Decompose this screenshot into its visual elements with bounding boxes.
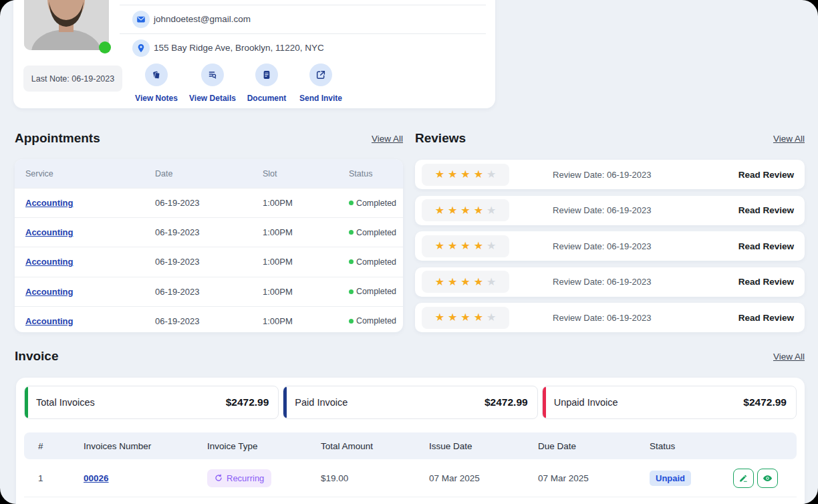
invoice-table-header: # Invoices Number Invoice Type Total Amo… xyxy=(24,432,797,459)
read-review-link[interactable]: Read Review xyxy=(738,277,794,287)
star-icon: ★ xyxy=(460,277,470,287)
last-note-text: Last Note: 06-19-2023 xyxy=(31,74,114,84)
avatar xyxy=(24,0,109,50)
star-icon: ★ xyxy=(435,277,444,287)
summary-label: Unpaid Invoice xyxy=(554,397,618,408)
star-rating: ★★★★★ xyxy=(422,271,509,293)
star-icon: ★ xyxy=(460,312,470,323)
notes-icon xyxy=(145,64,168,86)
invoice-summary-row: Total Invoices $2472.99 Paid Invoice $24… xyxy=(24,386,797,419)
read-review-link[interactable]: Read Review xyxy=(738,241,794,251)
summary-value: $2472.99 xyxy=(485,396,528,408)
service-link[interactable]: Accounting xyxy=(25,316,74,326)
document-label: Document xyxy=(247,94,287,103)
email-text: johndoetest@gmail.com xyxy=(154,14,251,24)
view-notes-label: View Notes xyxy=(135,94,178,103)
view-details-button[interactable]: View Details xyxy=(182,64,243,103)
star-icon: ★ xyxy=(474,277,483,287)
star-icon: ★ xyxy=(448,241,457,251)
star-icon: ★ xyxy=(474,241,483,251)
client-profile-page: johndoetest@gmail.com 155 Bay Ridge Ave,… xyxy=(0,0,818,504)
unpaid-invoice-card: Unpaid Invoice $2472.99 xyxy=(542,386,797,419)
summary-value: $2472.99 xyxy=(743,396,787,408)
invoice-section-card: Total Invoices $2472.99 Paid Invoice $24… xyxy=(16,378,805,504)
service-link[interactable]: Accounting xyxy=(25,257,74,267)
avatar-photo xyxy=(24,0,109,50)
review-date: Review Date: 06-19-2023 xyxy=(553,241,651,251)
send-invite-button[interactable]: Send Invite xyxy=(291,64,351,103)
column-total-amount: Total Amount xyxy=(321,441,429,451)
review-item: ★★★★★ Review Date: 06-19-2023 Read Revie… xyxy=(415,267,805,297)
star-icon: ★ xyxy=(435,205,444,216)
star-icon: ★ xyxy=(448,169,457,180)
last-note-box: Last Note: 06-19-2023 xyxy=(23,66,122,92)
invoice-table-row: 1 00026 Recurring $19.00 07 Mar 2025 07 … xyxy=(24,459,797,497)
appointment-slot: 1:00PM xyxy=(263,257,349,267)
appointment-date: 06-19-2023 xyxy=(155,257,263,267)
read-review-link[interactable]: Read Review xyxy=(738,313,794,323)
star-icon: ★ xyxy=(487,241,496,251)
table-row: Accounting 06-19-2023 1:00PM Completed xyxy=(15,277,403,306)
appointment-slot: 1:00PM xyxy=(263,316,349,326)
read-review-link[interactable]: Read Review xyxy=(738,205,794,215)
document-button[interactable]: Document xyxy=(237,64,297,103)
appointments-title: Appointments xyxy=(15,131,100,146)
pencil-icon xyxy=(738,473,748,483)
edit-invoice-button[interactable] xyxy=(733,469,754,488)
view-notes-button[interactable]: View Notes xyxy=(126,64,186,103)
column-issue-date: Issue Date xyxy=(429,441,538,451)
review-date: Review Date: 06-19-2023 xyxy=(553,205,651,215)
recurring-badge: Recurring xyxy=(207,469,271,487)
service-link[interactable]: Accounting xyxy=(25,287,74,297)
email-row: johndoetest@gmail.com xyxy=(120,5,486,33)
accent-bar xyxy=(283,386,287,418)
appointment-date: 06-19-2023 xyxy=(155,316,263,326)
star-icon: ★ xyxy=(460,169,470,180)
service-link[interactable]: Accounting xyxy=(25,227,74,237)
review-item: ★★★★★ Review Date: 06-19-2023 Read Revie… xyxy=(415,231,805,261)
star-icon: ★ xyxy=(460,241,470,251)
status-dot-icon xyxy=(349,319,354,324)
star-icon: ★ xyxy=(435,169,444,180)
appointment-status: Completed xyxy=(349,228,403,237)
accent-bar xyxy=(25,386,28,418)
appointment-date: 06-19-2023 xyxy=(155,227,263,237)
view-invoice-button[interactable] xyxy=(757,469,778,488)
summary-label: Paid Invoice xyxy=(295,397,348,408)
unpaid-status-badge: Unpaid xyxy=(650,471,691,486)
invoice-row-actions xyxy=(733,469,797,488)
refresh-icon xyxy=(215,474,223,482)
status-dot-icon xyxy=(349,259,354,264)
appointments-header: Appointments View All xyxy=(15,129,403,148)
invoice-view-all-link[interactable]: View All xyxy=(773,352,805,362)
column-date: Date xyxy=(155,169,263,178)
star-icon: ★ xyxy=(448,205,457,216)
star-icon: ★ xyxy=(435,312,444,323)
appointment-slot: 1:00PM xyxy=(263,287,349,297)
reviews-view-all-link[interactable]: View All xyxy=(773,134,805,144)
invoice-header: Invoice View All xyxy=(15,347,805,366)
summary-label: Total Invoices xyxy=(36,397,95,408)
star-icon: ★ xyxy=(474,205,483,216)
send-invite-label: Send Invite xyxy=(299,94,342,103)
service-link[interactable]: Accounting xyxy=(25,198,74,208)
external-link-icon xyxy=(309,64,332,86)
star-icon: ★ xyxy=(487,312,496,323)
star-rating: ★★★★★ xyxy=(422,235,509,257)
invoice-index: 1 xyxy=(24,473,70,483)
paid-invoice-card: Paid Invoice $2472.99 xyxy=(283,386,537,419)
read-review-link[interactable]: Read Review xyxy=(738,170,794,180)
profile-card: johndoetest@gmail.com 155 Bay Ridge Ave,… xyxy=(13,0,495,108)
appointments-view-all-link[interactable]: View All xyxy=(372,134,403,144)
list-search-icon xyxy=(201,64,224,86)
column-index: # xyxy=(24,441,70,451)
address-row: 155 Bay Ridge Ave, Brooklyn, 11220, NYC xyxy=(120,33,486,62)
star-icon: ★ xyxy=(487,169,496,180)
status-dot-icon xyxy=(349,201,354,205)
star-rating: ★★★★★ xyxy=(422,307,509,329)
online-status-dot xyxy=(99,41,111,53)
review-item: ★★★★★ Review Date: 06-19-2023 Read Revie… xyxy=(415,160,805,189)
invoice-number-link[interactable]: 00026 xyxy=(84,473,109,483)
summary-value: $2472.99 xyxy=(226,396,269,408)
review-date: Review Date: 06-19-2023 xyxy=(553,170,651,180)
